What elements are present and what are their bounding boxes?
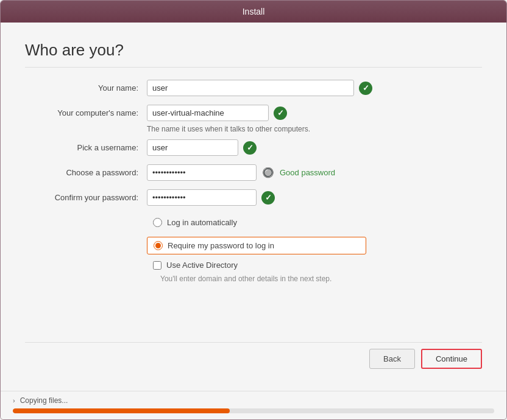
radio-auto-login[interactable] xyxy=(153,218,162,227)
radio-auto-login-label[interactable]: Log in automatically xyxy=(167,218,237,227)
computer-input-area xyxy=(147,105,482,121)
active-directory-checkbox[interactable] xyxy=(153,261,161,270)
name-row: Your name: xyxy=(25,80,482,96)
titlebar: Install xyxy=(1,1,506,23)
progress-bar-fill xyxy=(13,408,230,413)
back-button[interactable]: Back xyxy=(369,349,415,369)
progress-bar-background xyxy=(13,408,494,413)
confirm-input-area xyxy=(147,189,482,206)
continue-button[interactable]: Continue xyxy=(421,349,482,369)
footer-status-text: Copying files... xyxy=(20,396,68,405)
computer-check-icon xyxy=(274,107,287,120)
name-label: Your name: xyxy=(25,83,147,93)
confirm-row: Confirm your password: xyxy=(25,189,482,206)
active-directory-label[interactable]: Use Active Directory xyxy=(166,261,238,270)
username-input-area xyxy=(147,139,482,156)
computer-hint: The name it uses when it talks to other … xyxy=(147,125,482,133)
radio-auto-login-row: Log in automatically xyxy=(147,214,366,231)
page-heading: Who are you? xyxy=(25,41,482,68)
window-title: Install xyxy=(243,7,265,16)
radio-require-password-label[interactable]: Require my password to log in xyxy=(168,241,274,250)
username-label: Pick a username: xyxy=(25,143,147,152)
footer-bar: › Copying files... xyxy=(1,391,506,419)
username-check-icon xyxy=(243,141,257,155)
main-content: Who are you? Your name: Your computer's … xyxy=(1,23,506,391)
radio-require-password[interactable] xyxy=(154,241,163,250)
checkbox-section: Use Active Directory You'll enter domain… xyxy=(147,258,482,283)
confirm-input[interactable] xyxy=(147,189,257,206)
username-input[interactable] xyxy=(147,139,238,156)
radio-section: Log in automatically Require my password… xyxy=(147,214,482,254)
install-window: Install Who are you? Your name: Your com… xyxy=(0,0,507,420)
footer-status-row: › Copying files... xyxy=(13,396,494,405)
radio-require-password-row: Require my password to log in xyxy=(147,237,366,254)
name-input-area xyxy=(147,80,482,96)
chevron-right-icon: › xyxy=(13,397,15,404)
active-directory-hint: You'll enter domain and other details in… xyxy=(160,275,482,283)
form-area: Your name: Your computer's name: The nam… xyxy=(25,80,482,283)
button-row: Back Continue xyxy=(25,342,482,379)
name-input[interactable] xyxy=(147,80,354,96)
toggle-password-icon[interactable]: 🔘 xyxy=(261,166,275,180)
computer-input[interactable] xyxy=(147,105,269,121)
active-directory-row: Use Active Directory xyxy=(147,258,482,272)
name-check-icon xyxy=(359,82,372,95)
confirm-check-icon xyxy=(261,191,275,205)
password-label: Choose a password: xyxy=(25,168,147,177)
password-status: Good password xyxy=(280,168,335,177)
username-row: Pick a username: xyxy=(25,139,482,156)
computer-row: Your computer's name: xyxy=(25,105,482,121)
password-row: Choose a password: 🔘 Good password xyxy=(25,164,482,181)
confirm-label: Confirm your password: xyxy=(25,193,147,202)
password-input-area: 🔘 Good password xyxy=(147,164,482,181)
password-input[interactable] xyxy=(147,164,257,181)
computer-label: Your computer's name: xyxy=(25,108,147,117)
